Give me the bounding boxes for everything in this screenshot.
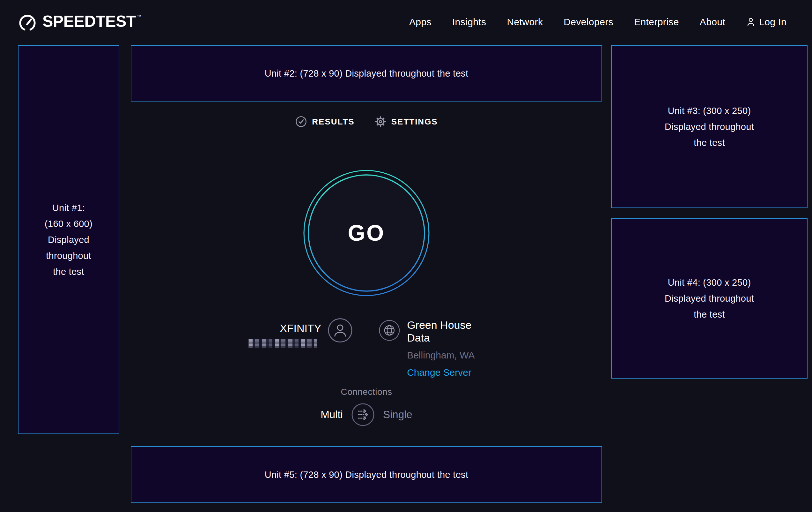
go-button[interactable]: GO [303, 169, 430, 297]
connections-label: Connections [131, 387, 602, 397]
ad-unit-3-text: Unit #3: (300 x 250) Displayed throughou… [665, 103, 754, 151]
server-block: Green House Data Bellingham, WA Change S… [379, 318, 485, 378]
connections-toggle-row: Multi Single [131, 403, 602, 427]
test-area: RESULTS [131, 0, 602, 512]
login-button[interactable]: Log In [746, 17, 786, 27]
tab-settings[interactable]: SETTINGS [374, 115, 438, 128]
server-globe-icon[interactable] [379, 318, 400, 343]
speedtest-logo[interactable]: SPEEDTEST™ [18, 11, 141, 32]
ad-unit-1-text: Unit #1: (160 x 600) Displayed throughou… [45, 200, 92, 279]
ad-unit-4-text: Unit #4: (300 x 250) Displayed throughou… [665, 274, 754, 322]
isp-user-icon[interactable] [328, 318, 353, 343]
gauge-logo-icon [18, 13, 37, 32]
ad-unit-3-rectangle: Unit #3: (300 x 250) Displayed throughou… [611, 45, 808, 208]
speedtest-page: SPEEDTEST™ Apps Insights Network Develop… [0, 0, 812, 512]
isp-block: XFINITY [249, 318, 353, 348]
redacted-ip-text [249, 339, 317, 348]
gear-icon [374, 115, 386, 128]
connection-info-row: XFINITY [249, 318, 485, 378]
isp-name: XFINITY [280, 322, 321, 334]
tab-results-label: RESULTS [312, 117, 354, 127]
user-icon [746, 17, 756, 27]
server-name: Green House Data [407, 319, 484, 344]
nav-item-about[interactable]: About [700, 17, 725, 27]
ad-unit-1-skyscraper: Unit #1: (160 x 600) Displayed throughou… [18, 45, 119, 434]
ad-unit-4-rectangle: Unit #4: (300 x 250) Displayed throughou… [611, 218, 808, 379]
go-button-label: GO [348, 220, 385, 246]
check-circle-icon [295, 115, 307, 128]
connections-toggle-icon[interactable] [351, 403, 375, 427]
connections-multi-option[interactable]: Multi [321, 409, 343, 421]
view-tabs: RESULTS [131, 115, 602, 128]
server-location: Bellingham, WA [407, 350, 474, 361]
nav-item-enterprise[interactable]: Enterprise [634, 17, 679, 27]
login-label: Log In [759, 17, 786, 27]
tab-settings-label: SETTINGS [391, 117, 438, 127]
change-server-link[interactable]: Change Server [407, 367, 471, 378]
brand-name: SPEEDTEST [42, 12, 136, 30]
tab-results[interactable]: RESULTS [295, 115, 354, 128]
connections-single-option[interactable]: Single [383, 409, 412, 421]
